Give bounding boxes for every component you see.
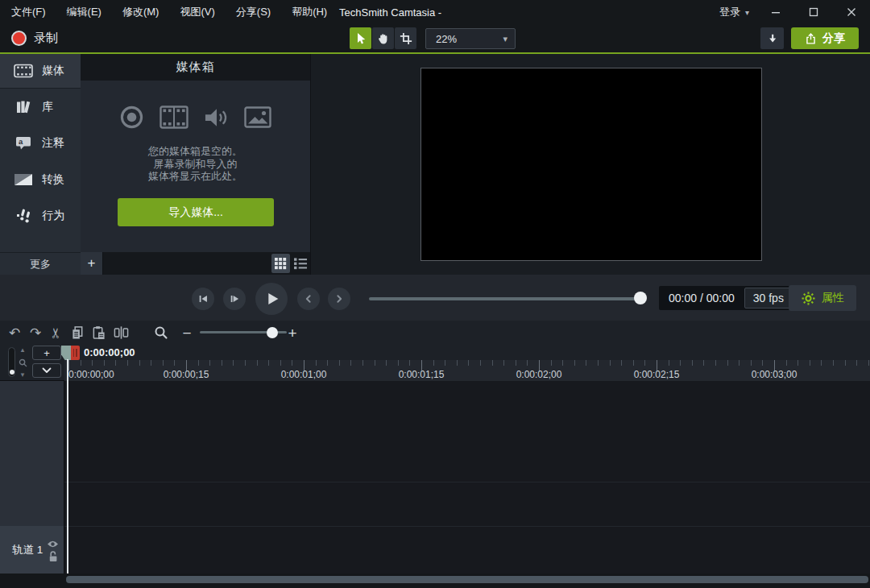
seek-slider-handle[interactable] <box>634 292 647 304</box>
previous-frame-button[interactable] <box>192 288 214 310</box>
ruler-label: 0:00:02;00 <box>516 369 562 380</box>
ruler-tick <box>845 360 846 366</box>
playhead-out-handle[interactable] <box>71 346 80 360</box>
video-icon <box>160 106 188 129</box>
plus-icon: + <box>288 325 296 341</box>
empty-text-line: 您的媒体箱是空的。 <box>81 145 310 158</box>
eye-icon[interactable] <box>47 540 59 549</box>
ruler-tick <box>375 360 375 366</box>
ruler-tick <box>163 360 164 366</box>
menu-file[interactable]: 文件(F) <box>11 5 46 19</box>
paste-button[interactable] <box>89 321 108 345</box>
track-height-slider[interactable] <box>8 347 15 377</box>
step-forward-icon <box>227 292 242 306</box>
ruler-tick <box>598 360 599 366</box>
ruler-tick <box>339 360 340 366</box>
split-button[interactable] <box>110 321 131 345</box>
properties-button[interactable]: 属性 <box>789 285 856 311</box>
menu-view[interactable]: 视图(V) <box>180 5 214 19</box>
grid-view-button[interactable] <box>271 254 290 273</box>
minimize-button[interactable] <box>757 0 794 24</box>
share-label: 分享 <box>822 31 845 46</box>
collapse-tracks-button[interactable] <box>32 363 61 378</box>
crop-tool-button[interactable] <box>395 27 416 49</box>
track-height-handle[interactable] <box>10 370 14 375</box>
ruler-tick <box>692 360 693 366</box>
sidebar-item-annotations[interactable]: a 注释 <box>0 125 81 161</box>
track-zoom-control[interactable]: ▴ ▾ <box>18 346 27 379</box>
sidebar-item-media[interactable]: 媒体 <box>0 54 81 89</box>
behaviors-icon <box>13 208 34 223</box>
step-forward-button[interactable] <box>223 288 246 310</box>
ruler-label: 0:00:00;15 <box>164 369 209 380</box>
cut-button[interactable]: ✂ <box>46 321 65 345</box>
film-strip-icon <box>13 64 34 78</box>
timeline-tracks: 轨道 1 <box>0 381 870 574</box>
undo-button[interactable]: ↶ <box>5 321 24 345</box>
import-media-button[interactable]: 导入媒体... <box>118 198 274 226</box>
sidebar-more-button[interactable]: 更多 <box>0 252 81 275</box>
list-view-button[interactable] <box>292 254 310 273</box>
media-bin-empty-text: 您的媒体箱是空的。 屏幕录制和导入的 媒体将显示在此处。 <box>81 145 310 183</box>
ruler-tick <box>562 360 563 366</box>
close-button[interactable] <box>833 0 870 24</box>
sidebar: 媒体 库 a 注释 <box>0 54 81 275</box>
empty-text-line: 媒体将显示在此处。 <box>81 170 310 183</box>
record-dot-icon <box>11 31 27 46</box>
lock-open-icon[interactable] <box>48 550 58 562</box>
ruler-tick <box>115 360 116 366</box>
ruler-tick <box>257 360 258 366</box>
add-media-button[interactable]: + <box>81 252 103 275</box>
previous-clip-button[interactable] <box>297 288 320 310</box>
record-button[interactable]: 录制 <box>5 24 64 52</box>
next-clip-button[interactable] <box>328 288 350 310</box>
ruler-tick <box>433 360 434 366</box>
tracks-gutter <box>0 381 64 526</box>
ruler-tick <box>445 360 445 366</box>
sidebar-item-label: 媒体 <box>42 64 64 78</box>
zoom-out-button[interactable]: − <box>179 321 195 345</box>
timeline-zoom-handle[interactable] <box>267 327 278 338</box>
media-bin-bottom-bar: + <box>81 252 310 275</box>
speech-bubble-icon: a <box>13 136 34 150</box>
maximize-icon <box>809 7 818 17</box>
redo-button[interactable]: ↷ <box>26 321 45 345</box>
timeline-zoom-button[interactable] <box>151 321 171 345</box>
zoom-in-button[interactable]: + <box>284 321 300 345</box>
ruler-strip[interactable]: 0:00:00;000:00:00;150:00:01;000:00:01;15… <box>64 360 870 381</box>
export-local-button[interactable] <box>760 27 784 49</box>
login-label: 登录 <box>719 5 740 19</box>
menu-edit[interactable]: 编辑(E) <box>67 5 102 19</box>
sidebar-item-behaviors[interactable]: 行为 <box>0 197 81 234</box>
menu-share[interactable]: 分享(S) <box>236 5 271 19</box>
menu-help[interactable]: 帮助(H) <box>292 5 327 19</box>
transition-icon <box>13 174 34 185</box>
download-icon <box>767 33 778 44</box>
horizontal-scrollbar[interactable] <box>66 576 868 583</box>
add-track-button[interactable]: + <box>32 346 61 360</box>
ruler-tick <box>503 360 504 366</box>
magnifier-icon <box>154 325 168 340</box>
play-button[interactable] <box>255 283 288 315</box>
ruler-tick <box>621 360 622 366</box>
ruler-tick <box>739 360 740 366</box>
timeline-ruler[interactable]: ▴ ▾ + 0:00:00;000:00:00;150:00:01;000:00… <box>0 345 870 381</box>
login-button[interactable]: 登录 ▾ <box>719 0 749 24</box>
sidebar-item-transitions[interactable]: 转换 <box>0 161 81 197</box>
sidebar-item-library[interactable]: 库 <box>0 89 81 125</box>
playhead-line[interactable] <box>67 359 68 574</box>
preview-canvas <box>420 68 762 261</box>
pan-tool-button[interactable] <box>372 27 394 49</box>
copy-button[interactable] <box>68 321 87 345</box>
ruler-tick <box>316 360 317 366</box>
menu-modify[interactable]: 修改(M) <box>122 5 160 19</box>
ruler-tick <box>81 360 81 366</box>
playhead-in-handle[interactable] <box>61 346 71 360</box>
maximize-button[interactable] <box>795 0 832 24</box>
cursor-tool-button[interactable] <box>350 27 371 49</box>
track1-header[interactable]: 轨道 1 <box>0 526 64 574</box>
canvas-zoom-dropdown[interactable]: 22% ▾ <box>425 28 516 49</box>
share-button[interactable]: 分享 <box>791 27 859 49</box>
ruler-label: 0:00:01;15 <box>399 369 445 380</box>
seek-slider[interactable] <box>369 297 644 300</box>
